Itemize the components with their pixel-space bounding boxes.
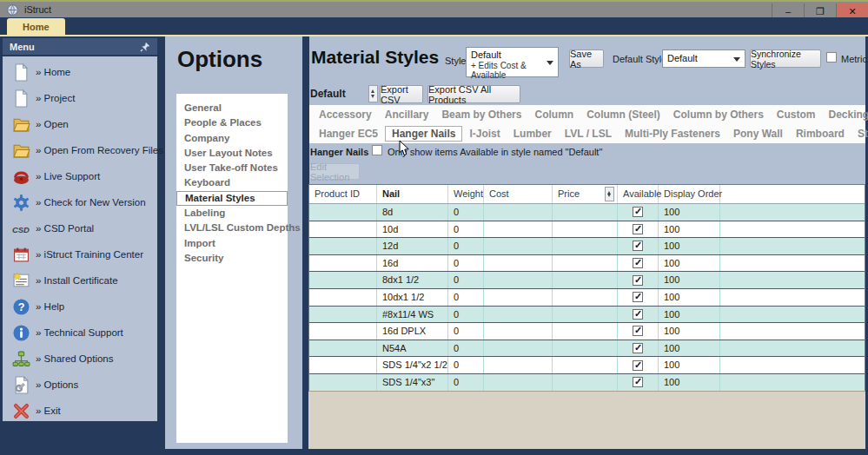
cell-product-id[interactable] — [309, 238, 377, 254]
cell-weight[interactable]: 0 — [448, 374, 484, 391]
cell-product-id[interactable] — [309, 323, 377, 340]
cell-price[interactable] — [553, 272, 618, 288]
cell-price[interactable] — [553, 255, 618, 272]
cell-product-id[interactable] — [309, 307, 377, 323]
cell-product-id[interactable] — [309, 204, 377, 221]
options-category[interactable]: Keyboard — [176, 175, 288, 190]
available-checkbox[interactable] — [633, 258, 643, 268]
options-category[interactable]: Security — [176, 251, 288, 266]
cell-weight[interactable]: 0 — [448, 340, 484, 357]
cell-price[interactable] — [553, 289, 618, 306]
cell-display-order[interactable]: 100 — [659, 289, 720, 306]
price-spinner[interactable] — [605, 187, 614, 201]
options-category[interactable]: Import — [176, 236, 288, 251]
cell-product-id[interactable] — [309, 255, 377, 272]
material-tab[interactable]: Pony Wall — [727, 127, 789, 141]
sidebar-item-training-center[interactable]: » iStruct Training Center — [3, 241, 157, 267]
default-style-dropdown[interactable]: Default — [662, 49, 745, 68]
sidebar-item-install-certificate[interactable]: » Install Certificate — [3, 267, 157, 293]
available-checkbox[interactable] — [633, 326, 643, 336]
available-checkbox[interactable] — [633, 360, 643, 371]
cell-price[interactable] — [553, 307, 618, 323]
table-row[interactable]: 8dx1 1/2 0 100 — [309, 272, 865, 289]
cell-price[interactable] — [553, 340, 618, 357]
options-category[interactable]: General — [176, 101, 288, 115]
cell-price[interactable] — [553, 374, 618, 391]
sidebar-item-technical-support[interactable]: » Technical Support — [3, 320, 157, 346]
style-dropdown[interactable]: Default + Edits Cost & Available — [466, 47, 559, 77]
cell-cost[interactable] — [484, 238, 553, 254]
col-display-order[interactable]: Display Order — [659, 185, 720, 203]
cell-display-order[interactable]: 100 — [659, 357, 720, 373]
col-available[interactable]: Available — [618, 185, 659, 203]
cell-weight[interactable]: 0 — [448, 323, 484, 340]
available-checkbox[interactable] — [633, 292, 643, 302]
material-tab[interactable]: Lumber — [507, 127, 558, 141]
options-category[interactable]: Labeling — [176, 206, 288, 221]
cell-display-order[interactable]: 100 — [659, 238, 720, 254]
cell-nail[interactable]: 10d — [377, 221, 448, 238]
cell-nail[interactable]: #8x11/4 WS — [377, 307, 448, 323]
cell-nail[interactable]: 16d — [377, 255, 448, 272]
table-row[interactable]: SDS 1/4"x3" 0 100 — [309, 374, 865, 392]
col-nail[interactable]: Nail — [377, 185, 448, 203]
table-row[interactable]: N54A 0 100 — [309, 340, 865, 358]
cell-display-order[interactable]: 100 — [659, 340, 720, 357]
material-tab[interactable]: Ancillary — [379, 108, 435, 122]
available-checkbox[interactable] — [633, 207, 643, 217]
cell-display-order[interactable]: 100 — [659, 323, 720, 340]
sidebar-item-open[interactable]: » Open — [3, 111, 157, 137]
pin-icon[interactable] — [140, 42, 150, 52]
cell-display-order[interactable]: 100 — [659, 374, 720, 391]
synchronize-styles-button[interactable]: Synchronize Styles — [750, 49, 821, 68]
export-csv-all-button[interactable]: Export CSV All Products — [427, 85, 520, 103]
available-checkbox[interactable] — [633, 309, 643, 320]
material-tab[interactable]: LVL / LSL — [559, 127, 618, 141]
cell-price[interactable] — [553, 204, 618, 221]
options-category[interactable]: Company — [176, 131, 288, 146]
cell-product-id[interactable] — [309, 289, 377, 306]
cell-product-id[interactable] — [309, 221, 377, 238]
sidebar-item-help[interactable]: ? » Help — [3, 293, 157, 320]
cell-product-id[interactable] — [309, 374, 377, 391]
table-row[interactable]: 16d DPLX 0 100 — [309, 323, 865, 340]
sidebar-item-exit[interactable]: » Exit — [3, 398, 157, 424]
save-as-button[interactable]: Save As — [569, 49, 604, 68]
cell-nail[interactable]: N54A — [377, 340, 448, 357]
options-category[interactable]: User Take-off Notes — [176, 161, 288, 175]
cell-product-id[interactable] — [309, 272, 377, 288]
sidebar-item-open-recovery[interactable]: » Open From Recovery Files — [3, 137, 157, 163]
cell-price[interactable] — [553, 238, 618, 254]
available-checkbox[interactable] — [633, 275, 643, 286]
cell-nail[interactable]: SDS 1/4"x3" — [377, 374, 448, 391]
sidebar-item-live-support[interactable]: » Live Support — [3, 163, 157, 189]
material-tab[interactable]: Multi-Ply Fasteners — [619, 127, 726, 141]
cell-cost[interactable] — [484, 221, 553, 238]
available-checkbox[interactable] — [633, 224, 643, 234]
cell-weight[interactable]: 0 — [448, 272, 484, 288]
col-weight[interactable]: Weight — [448, 185, 484, 203]
material-tab[interactable]: Decking — [823, 108, 868, 122]
table-row[interactable]: 10dx1 1/2 0 100 — [309, 289, 865, 307]
sidebar-item-check-version[interactable]: » Check for New Version — [3, 189, 157, 215]
cell-weight[interactable]: 0 — [448, 289, 484, 306]
available-checkbox[interactable] — [633, 377, 643, 387]
sidebar-item-home[interactable]: » Home — [3, 59, 157, 85]
col-product-id[interactable]: Product ID — [309, 185, 377, 203]
cell-weight[interactable]: 0 — [448, 204, 484, 221]
cell-nail[interactable]: 8dx1 1/2 — [377, 272, 448, 288]
cell-price[interactable] — [553, 221, 618, 238]
cell-cost[interactable] — [484, 307, 553, 323]
col-cost[interactable]: Cost — [484, 185, 553, 203]
table-row[interactable]: 8d 0 100 — [309, 204, 865, 221]
cell-display-order[interactable]: 100 — [659, 255, 720, 272]
material-tab[interactable]: Hanger Nails — [385, 126, 462, 142]
tab-home[interactable]: Home — [7, 18, 65, 35]
cell-display-order[interactable]: 100 — [659, 272, 720, 288]
material-tab[interactable]: Column by Others — [667, 108, 770, 122]
style-spinner[interactable] — [368, 85, 378, 102]
cell-display-order[interactable]: 100 — [659, 307, 720, 323]
options-category[interactable]: User Layout Notes — [176, 146, 288, 161]
cell-cost[interactable] — [484, 272, 553, 288]
cell-cost[interactable] — [484, 340, 553, 357]
